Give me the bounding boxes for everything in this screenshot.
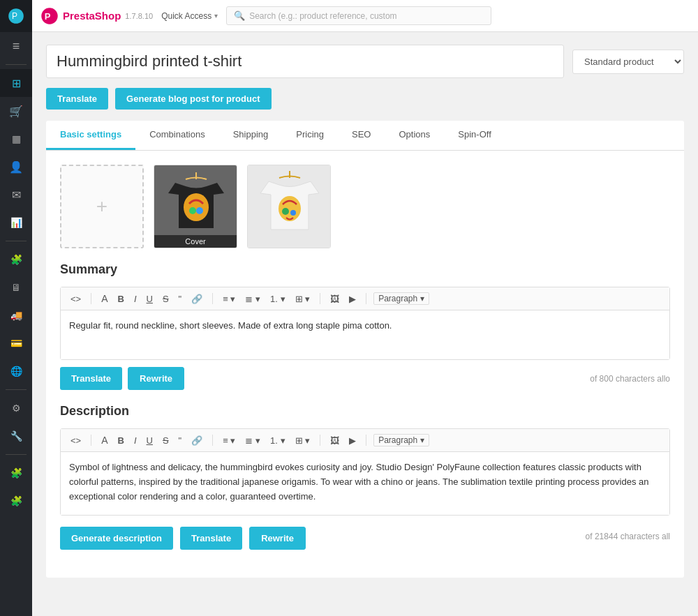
settings-icon: ⚙: [12, 403, 21, 414]
summary-translate-button[interactable]: Translate: [60, 367, 122, 390]
messages-icon: ✉: [12, 188, 21, 202]
sidebar-item-settings[interactable]: ⚙: [0, 394, 32, 422]
table-btn[interactable]: ⊞ ▾: [292, 292, 313, 306]
code-btn[interactable]: <>: [68, 292, 84, 306]
desc-paragraph-select[interactable]: Paragraph ▾: [373, 434, 429, 446]
desc-list-btn[interactable]: ≣ ▾: [242, 434, 263, 447]
quote-btn[interactable]: ": [176, 292, 185, 306]
product-header: Standard product Pack of products Virtua…: [46, 45, 684, 78]
desc-quote-btn[interactable]: ": [176, 434, 185, 447]
sidebar-item-orders[interactable]: 🛒: [0, 97, 32, 125]
summary-rewrite-button[interactable]: Rewrite: [128, 367, 184, 390]
description-content[interactable]: Symbol of lightness and delicacy, the hu…: [61, 452, 669, 515]
product-type-select[interactable]: Standard product Pack of products Virtua…: [572, 50, 684, 74]
translate-product-button[interactable]: Translate: [46, 88, 108, 110]
font-btn[interactable]: A: [98, 292, 110, 306]
bold-btn[interactable]: B: [115, 292, 127, 306]
sidebar-item-shipping[interactable]: 🚚: [0, 301, 32, 329]
desc-image-btn[interactable]: 🖼: [327, 434, 342, 447]
sidebar-item-payment[interactable]: 💳: [0, 329, 32, 357]
desc-media-btn[interactable]: ▶: [346, 434, 359, 447]
tab-basic-settings[interactable]: Basic settings: [46, 121, 135, 150]
svg-point-11: [279, 196, 301, 221]
sidebar-item-stats[interactable]: 📊: [0, 209, 32, 236]
orders-icon: 🛒: [9, 105, 23, 118]
desc-italic-btn[interactable]: I: [131, 434, 140, 447]
ordered-btn[interactable]: 1. ▾: [267, 292, 288, 306]
tabs-bar: Basic settings Combinations Shipping Pri…: [46, 121, 684, 151]
cover-label: Cover: [154, 235, 237, 248]
underline-btn[interactable]: U: [144, 292, 156, 306]
desc-bold-btn[interactable]: B: [115, 434, 127, 447]
summary-editor: <> A B I U S " 🔗 ≡ ▾ ≣ ▾ 1. ▾: [60, 287, 670, 360]
sidebar-item-messages[interactable]: ✉: [0, 181, 32, 209]
sidebar-item-international[interactable]: 🌐: [0, 357, 32, 385]
toolbar-divider-2: [212, 293, 213, 304]
sidebar-item-plugin2[interactable]: 🧩: [0, 487, 32, 515]
quick-access-button[interactable]: Quick Access ▾: [161, 11, 218, 21]
link-btn[interactable]: 🔗: [188, 292, 205, 306]
desc-ordered-btn[interactable]: 1. ▾: [267, 434, 288, 447]
images-row: +: [60, 165, 670, 248]
tshirt-light-image: [248, 165, 331, 248]
sidebar-item-dashboard[interactable]: ⊞: [0, 69, 32, 97]
generate-blog-post-button[interactable]: Generate blog post for product: [115, 88, 271, 110]
tab-combinations[interactable]: Combinations: [135, 121, 219, 150]
sidebar-item-catalog[interactable]: ▦: [0, 125, 32, 153]
chevron-down-icon: ▾: [214, 12, 218, 20]
add-image-button[interactable]: +: [60, 165, 144, 248]
advanced-settings-icon: 🔧: [10, 430, 22, 442]
tab-options[interactable]: Options: [385, 121, 444, 150]
sidebar-item-design[interactable]: 🖥: [0, 273, 32, 301]
sidebar-logo: P: [0, 0, 32, 32]
summary-content[interactable]: Regular fit, round neckline, short sleev…: [61, 310, 669, 359]
dashboard-icon: ⊞: [12, 77, 21, 90]
desc-code-btn[interactable]: <>: [68, 434, 84, 447]
generate-description-button[interactable]: Generate description: [60, 527, 173, 550]
desc-underline-btn[interactable]: U: [144, 434, 156, 447]
payment-icon: 💳: [10, 338, 22, 349]
quickaccess-label: Quick Access: [161, 11, 211, 21]
product-name-input[interactable]: [46, 45, 564, 78]
desc-strikethrough-btn[interactable]: S: [160, 434, 172, 447]
sidebar-expand-icon[interactable]: ≡: [0, 32, 32, 60]
paragraph-select[interactable]: Paragraph ▾: [373, 292, 429, 305]
image-thumb-white[interactable]: [247, 165, 331, 248]
description-translate-button[interactable]: Translate: [180, 527, 242, 550]
tab-seo[interactable]: SEO: [338, 121, 385, 150]
desc-link-btn[interactable]: 🔗: [188, 434, 205, 447]
description-rewrite-button[interactable]: Rewrite: [249, 527, 306, 550]
prestashop-logo: P: [40, 7, 59, 25]
description-char-count: of 21844 characters all: [586, 532, 670, 541]
tab-spinoff-label: Spin-Off: [458, 129, 491, 140]
international-icon: 🌐: [10, 366, 22, 377]
tab-pricing[interactable]: Pricing: [282, 121, 338, 150]
desc-divider-2: [212, 435, 213, 446]
search-bar[interactable]: 🔍 Search (e.g.: product reference, custo…: [226, 6, 491, 25]
list-btn[interactable]: ≣ ▾: [242, 292, 263, 306]
tab-shipping[interactable]: Shipping: [219, 121, 283, 150]
strikethrough-btn[interactable]: S: [160, 292, 172, 306]
media-btn[interactable]: ▶: [346, 292, 359, 306]
plugin1-icon: 🧩: [10, 467, 22, 479]
align-btn[interactable]: ≡ ▾: [220, 292, 238, 306]
summary-char-count: of 800 characters allo: [590, 374, 670, 384]
brand-name: PrestaShop: [63, 10, 121, 22]
sidebar-item-advanced[interactable]: 🔧: [0, 422, 32, 450]
sidebar-divider-4: [6, 454, 27, 455]
tab-options-label: Options: [399, 129, 430, 140]
sidebar-item-plugin1[interactable]: 🧩: [0, 459, 32, 487]
tab-spinoff[interactable]: Spin-Off: [444, 121, 505, 150]
desc-font-btn[interactable]: A: [98, 433, 110, 447]
tab-combinations-label: Combinations: [149, 129, 205, 140]
desc-table-btn[interactable]: ⊞ ▾: [292, 434, 313, 447]
sidebar-item-customers[interactable]: 👤: [0, 153, 32, 181]
sidebar-item-modules[interactable]: 🧩: [0, 246, 32, 273]
desc-align-btn[interactable]: ≡ ▾: [220, 434, 238, 447]
description-section: Description <> A B I U S " 🔗: [60, 404, 670, 550]
image-btn[interactable]: 🖼: [327, 292, 342, 306]
image-thumb-cover[interactable]: Cover: [154, 165, 237, 248]
tab-basic-settings-label: Basic settings: [60, 129, 121, 140]
search-icon: 🔍: [234, 10, 245, 21]
italic-btn[interactable]: I: [131, 292, 140, 306]
